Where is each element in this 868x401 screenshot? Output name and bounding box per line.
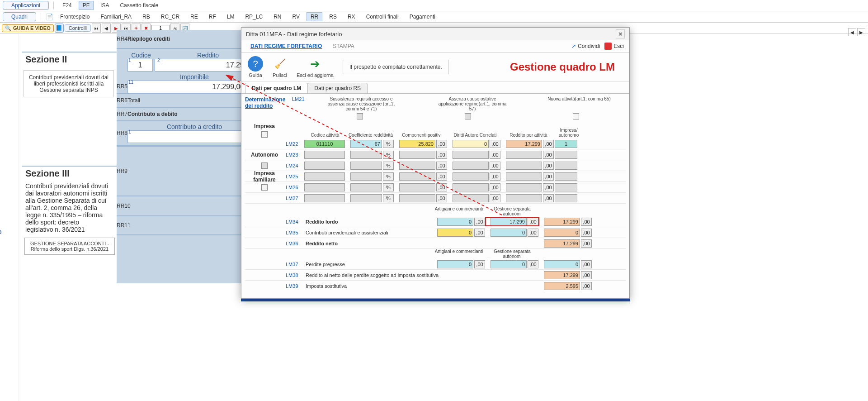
lm24-comp[interactable]: [399, 162, 435, 170]
condividi-button[interactable]: ↗Condividi: [571, 43, 600, 49]
lm22-diritti[interactable]: 0: [453, 140, 489, 148]
lm27-dir[interactable]: [453, 194, 489, 202]
subtab-lm[interactable]: Dati per quadro LM: [245, 83, 308, 93]
rr5-codice-cell[interactable]: 1: [127, 59, 153, 72]
lm25-dir[interactable]: [453, 172, 489, 181]
lm37-tot[interactable]: 0: [544, 260, 580, 268]
hdr-nuova: Nuova attività(art.1, comma 65): [547, 96, 611, 111]
tab-controlli-finali[interactable]: Controlli finali: [362, 12, 403, 21]
lm25-codice[interactable]: [304, 172, 345, 181]
dialog-tab-stampa[interactable]: STAMPA: [327, 40, 360, 52]
lm22-reddito[interactable]: 17.299: [506, 140, 542, 148]
lm34-artig[interactable]: 0: [437, 218, 473, 226]
lm24-coeff[interactable]: [350, 162, 382, 170]
lm26-coeff[interactable]: [350, 183, 382, 191]
lm25-imp[interactable]: [555, 172, 577, 181]
row-lm27: LM27 % ,00 ,00 ,00: [245, 193, 626, 204]
lm26-codice[interactable]: [304, 183, 345, 191]
lm26-imp[interactable]: [555, 183, 577, 191]
tab-rs[interactable]: RS: [325, 12, 341, 21]
toolbar-tab-isa[interactable]: ISA: [96, 1, 113, 10]
lm24-dir[interactable]: [453, 162, 489, 170]
rr5-imponibile-cell[interactable]: 17.299,00: [127, 81, 247, 93]
esci-aggiorna-button[interactable]: ➔Esci ed aggiorna: [297, 56, 334, 78]
dialog-tab-dati[interactable]: DATI REGIME FORFETARIO: [245, 40, 327, 52]
cat-fam-check[interactable]: [261, 184, 268, 191]
scroll-right-icon[interactable]: ▶: [857, 28, 865, 36]
lm23-red[interactable]: [506, 151, 542, 159]
tab-rb[interactable]: RB: [138, 12, 154, 21]
lm37-gest[interactable]: 0: [491, 260, 527, 268]
lm21-check2[interactable]: [465, 113, 471, 119]
lm22-coeff[interactable]: 67: [350, 140, 382, 148]
pulisci-button[interactable]: 🧹Pulisci: [272, 56, 288, 78]
lm39-tot[interactable]: 2.595: [544, 282, 580, 290]
dialog-title-text: Ditta 011MEA - Dati regime forfetario: [246, 31, 342, 38]
lm23-dir[interactable]: [453, 151, 489, 159]
tab-rr[interactable]: RR: [307, 12, 322, 21]
lm35-artig[interactable]: 0: [437, 229, 473, 237]
cat-autonomo-check[interactable]: [261, 162, 268, 169]
lm35-gest[interactable]: 0: [491, 229, 527, 237]
tab-rx[interactable]: RX: [344, 12, 359, 21]
lm23-comp[interactable]: [399, 151, 435, 159]
lm23-coeff[interactable]: [350, 151, 382, 159]
lm22-comp[interactable]: 25.820: [399, 140, 435, 148]
subtab-rs[interactable]: Dati per quadro RS: [307, 83, 368, 93]
lm27-codice[interactable]: [304, 194, 345, 202]
tab-rf[interactable]: RF: [205, 12, 220, 21]
lm27-coeff[interactable]: [350, 194, 382, 202]
quadri-button[interactable]: Quadri: [3, 12, 36, 21]
lm21-check3[interactable]: [573, 113, 579, 119]
tab-frontespizio[interactable]: Frontespizio: [56, 12, 94, 21]
lm23-imp[interactable]: [555, 151, 577, 159]
tab-rv[interactable]: RV: [288, 12, 303, 21]
lm23-codice[interactable]: [304, 151, 345, 159]
tab-rccr[interactable]: RC_CR: [157, 12, 184, 21]
lm38-tot-dec: ,00: [581, 271, 592, 279]
tab-familiari[interactable]: Familiari_RA: [96, 12, 136, 21]
toolbar-tab-cassetto[interactable]: Cassetto fiscale: [116, 1, 162, 10]
lm24-codice[interactable]: [304, 162, 345, 170]
lm36-tot[interactable]: 17.299: [544, 239, 580, 248]
applicazioni-button[interactable]: Applicazioni: [3, 1, 49, 10]
hdr-assenza: Assenza cause ostative applicazione regi…: [436, 96, 509, 111]
scroll-left-icon[interactable]: ◀: [848, 28, 856, 36]
lm35-desc: Contributi previdenziali e assistenziali: [304, 230, 432, 235]
tab-pagamenti[interactable]: Pagamenti: [406, 12, 439, 21]
lm24-red[interactable]: [506, 162, 542, 170]
lm38-tot[interactable]: 17.299: [544, 271, 580, 279]
lm21-check1[interactable]: [357, 113, 363, 119]
separator: [41, 13, 41, 21]
lm27-comp[interactable]: [399, 194, 435, 202]
lm22-impaut[interactable]: 1: [555, 140, 577, 148]
tab-lm[interactable]: LM: [223, 12, 239, 21]
lm23-dec1: ,00: [436, 151, 447, 159]
lm26-red[interactable]: [506, 183, 542, 191]
lm39-tot-dec: ,00: [581, 282, 592, 290]
tab-rplc[interactable]: RP_LC: [241, 12, 267, 21]
toolbar-tab-f24[interactable]: F24: [58, 1, 76, 10]
lm27-imp[interactable]: [555, 194, 577, 202]
lm25-red[interactable]: [506, 172, 542, 181]
lm24-imp[interactable]: [555, 162, 577, 170]
esci-button[interactable]: Esci: [604, 43, 624, 50]
lm27-red[interactable]: [506, 194, 542, 202]
lm22-codice[interactable]: 011110: [304, 140, 345, 148]
toolbar-tab-pf[interactable]: PF: [79, 1, 94, 10]
lm25-coeff[interactable]: [350, 172, 382, 181]
lm34-tot[interactable]: 17.299: [544, 218, 580, 226]
pdf-icon[interactable]: 📄: [46, 13, 53, 20]
guida-button[interactable]: ?Guida: [248, 56, 263, 78]
lm37-artig[interactable]: 0: [437, 260, 473, 268]
lm26-dir[interactable]: [453, 183, 489, 191]
lm25-comp[interactable]: [399, 172, 435, 181]
cat-impresa-check[interactable]: [261, 131, 268, 138]
close-icon[interactable]: ✕: [616, 29, 625, 38]
lm35-tot[interactable]: 0: [544, 229, 580, 237]
tab-rn[interactable]: RN: [269, 12, 285, 21]
lm26-comp[interactable]: [399, 183, 435, 191]
rr5-idx1: 1: [128, 58, 131, 63]
lm34-gest[interactable]: 17.299: [491, 218, 527, 226]
tab-re[interactable]: RE: [186, 12, 202, 21]
